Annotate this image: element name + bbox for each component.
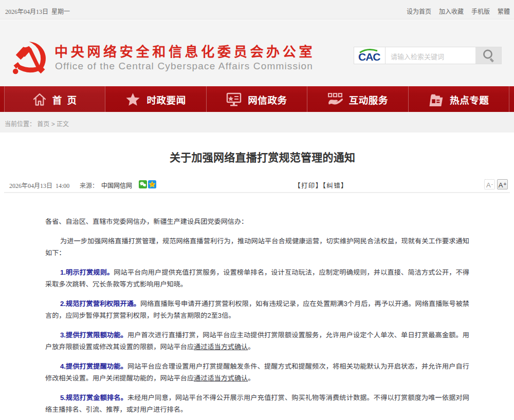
- svg-text:CAC: CAC: [358, 51, 380, 63]
